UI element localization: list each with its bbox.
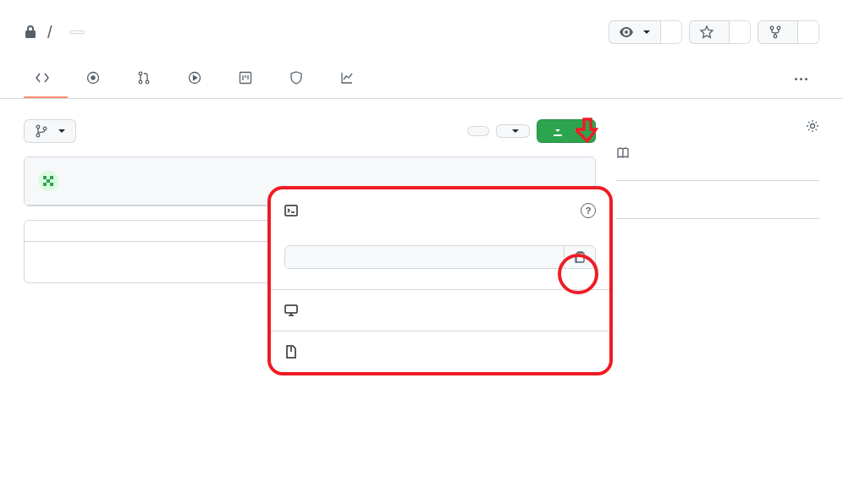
branch-icon — [35, 124, 48, 138]
annotation-arrow — [576, 118, 599, 143]
star-group — [689, 20, 751, 44]
zip-icon — [284, 345, 298, 359]
annotation-circle — [558, 254, 598, 294]
tab-security[interactable] — [278, 64, 322, 98]
star-button[interactable] — [689, 20, 730, 44]
svg-point-18 — [811, 124, 815, 129]
open-github-desktop-button[interactable] — [271, 289, 609, 331]
issue-icon — [86, 71, 100, 85]
readme-link[interactable] — [616, 146, 819, 160]
add-file-button[interactable] — [496, 124, 530, 138]
fork-count[interactable] — [798, 20, 819, 44]
branch-select-button[interactable] — [24, 119, 76, 143]
code-icon — [36, 71, 49, 85]
more-tabs-button[interactable] — [783, 71, 819, 92]
repo-title: / — [24, 23, 609, 42]
svg-point-11 — [36, 134, 40, 137]
caret-down-icon — [512, 129, 519, 133]
graph-icon — [340, 71, 354, 85]
svg-rect-15 — [47, 179, 50, 183]
svg-point-4 — [91, 76, 95, 79]
tab-insights[interactable] — [328, 64, 372, 98]
book-icon — [616, 146, 630, 160]
star-count[interactable] — [730, 20, 751, 44]
slash: / — [47, 23, 52, 42]
download-zip-button[interactable] — [271, 331, 609, 372]
tab-pull-requests[interactable] — [125, 64, 169, 98]
visibility-badge — [69, 30, 85, 34]
unwatch-group — [609, 20, 682, 44]
play-icon — [188, 71, 201, 85]
svg-rect-14 — [50, 176, 53, 179]
help-icon[interactable]: ? — [581, 203, 596, 218]
go-to-file-button[interactable] — [467, 126, 489, 136]
svg-point-12 — [43, 127, 47, 130]
avatar — [38, 171, 58, 191]
svg-point-6 — [139, 80, 142, 84]
tab-issues[interactable] — [74, 64, 118, 98]
clone-url-input[interactable] — [285, 246, 564, 268]
svg-rect-21 — [285, 305, 297, 313]
project-icon — [239, 71, 252, 85]
svg-rect-16 — [43, 183, 47, 186]
svg-point-1 — [777, 26, 780, 30]
svg-point-0 — [770, 26, 774, 30]
svg-rect-13 — [43, 176, 47, 179]
tab-code[interactable] — [24, 64, 68, 98]
shield-icon — [289, 71, 303, 85]
svg-point-5 — [139, 72, 142, 75]
eye-icon — [620, 25, 633, 39]
tab-projects[interactable] — [227, 64, 271, 98]
svg-point-7 — [146, 80, 149, 84]
fork-button[interactable] — [758, 20, 798, 44]
fork-icon — [769, 25, 782, 39]
svg-point-2 — [774, 35, 777, 38]
fork-group — [758, 20, 819, 44]
repo-tabs — [0, 64, 843, 99]
pull-request-icon — [137, 71, 151, 85]
svg-rect-19 — [285, 205, 297, 216]
star-icon — [700, 25, 714, 39]
tab-actions[interactable] — [176, 64, 220, 98]
caret-down-icon — [643, 30, 650, 34]
unwatch-button[interactable] — [609, 20, 661, 44]
lock-icon — [24, 25, 37, 39]
watch-count[interactable] — [661, 20, 682, 44]
download-icon — [551, 124, 565, 138]
desktop-icon — [284, 304, 298, 317]
gear-icon[interactable] — [806, 119, 819, 133]
svg-rect-17 — [50, 183, 53, 186]
terminal-icon — [284, 204, 298, 217]
svg-point-10 — [36, 125, 40, 129]
caret-down-icon — [58, 129, 65, 133]
